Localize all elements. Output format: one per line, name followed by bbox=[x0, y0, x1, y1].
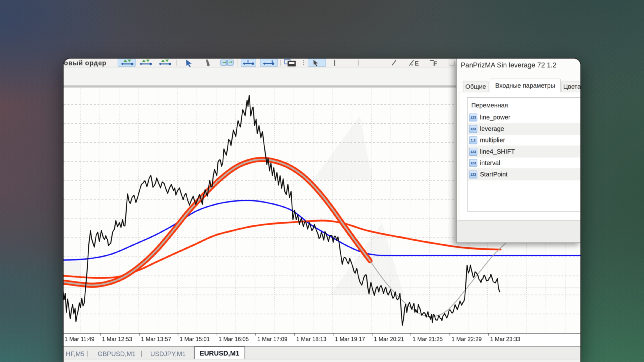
svg-text:E: E bbox=[415, 60, 419, 67]
svg-text:F: F bbox=[433, 60, 437, 67]
